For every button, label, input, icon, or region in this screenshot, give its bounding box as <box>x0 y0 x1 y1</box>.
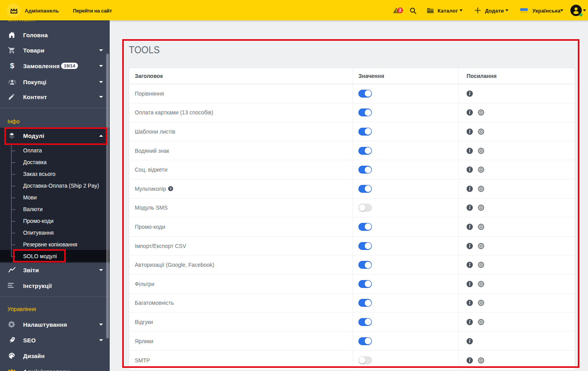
svg-text:$: $ <box>10 62 14 70</box>
